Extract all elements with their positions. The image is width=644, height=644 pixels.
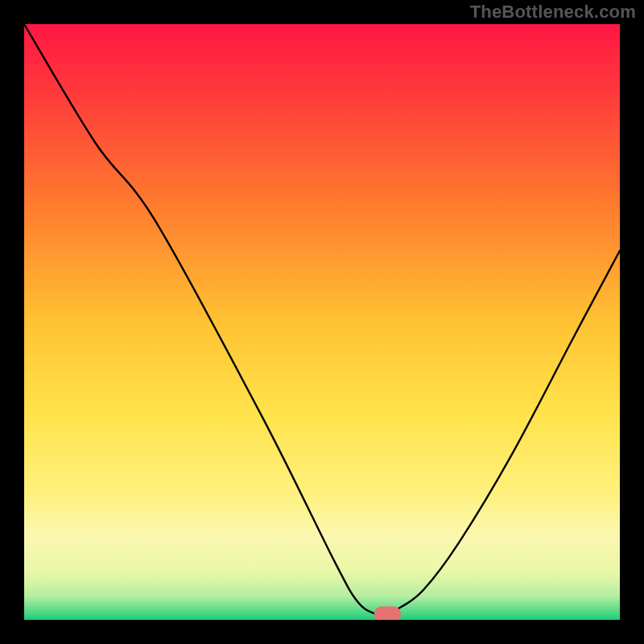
watermark-text: TheBottleneck.com bbox=[470, 2, 636, 23]
bottleneck-chart bbox=[24, 24, 620, 620]
chart-frame: TheBottleneck.com bbox=[0, 0, 644, 644]
gradient-background bbox=[24, 24, 620, 620]
optimal-marker bbox=[374, 606, 401, 620]
plot-area bbox=[24, 24, 620, 620]
